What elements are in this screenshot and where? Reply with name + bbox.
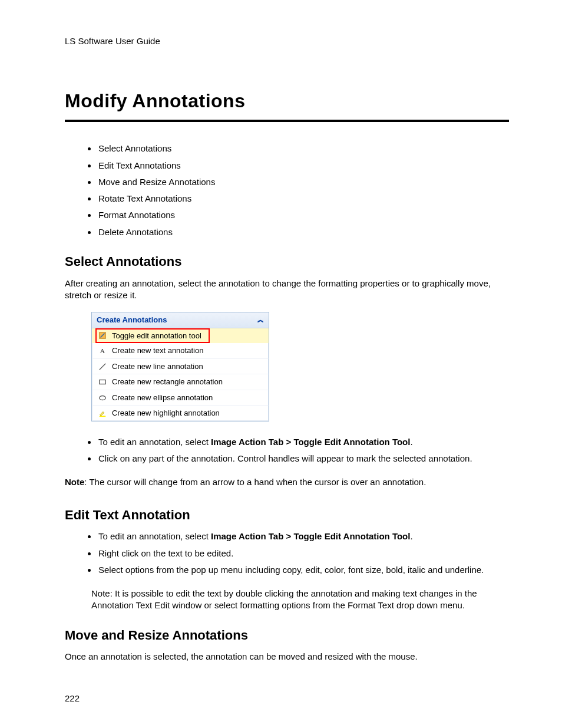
panel-item-label: Create new highlight annotation <box>112 408 220 419</box>
panel-item-rect[interactable]: Create new rectangle annotation <box>92 374 269 390</box>
svg-text:A: A <box>100 347 105 354</box>
toc-item: Move and Resize Annotations <box>97 176 509 188</box>
toc-item: Format Annotations <box>97 209 509 221</box>
move-intro: Once an annotation is selected, the anno… <box>65 651 509 663</box>
svg-point-4 <box>100 396 106 400</box>
rect-icon <box>98 377 107 387</box>
text-icon: A <box>98 346 107 355</box>
section-heading-move: Move and Resize Annotations <box>65 627 509 644</box>
page-title: Modify Annotations <box>65 88 509 114</box>
toc-list: Select Annotations Edit Text Annotations… <box>65 143 509 238</box>
guide-title: LS Software User Guide <box>65 36 160 46</box>
svg-rect-3 <box>100 380 106 384</box>
panel-item-line[interactable]: Create new line annotation <box>92 359 269 375</box>
page-number: 222 <box>65 693 509 704</box>
svg-line-2 <box>100 363 106 370</box>
toc-item: Edit Text Annotations <box>97 160 509 172</box>
panel-item-label: Create new ellipse annotation <box>112 393 213 403</box>
list-item: Right click on the text to be edited. <box>97 548 509 559</box>
toc-item: Select Annotations <box>97 143 509 154</box>
select-bullet-list: To edit an annotation, select Image Acti… <box>65 436 509 465</box>
list-item: To edit an annotation, select Image Acti… <box>97 531 509 542</box>
collapse-icon[interactable]: ︽ <box>257 315 264 324</box>
select-note: Note: The cursor will change from an arr… <box>65 476 509 488</box>
panel-item-label: Create new text annotation <box>112 345 203 356</box>
svg-rect-5 <box>100 416 106 417</box>
edit-bullet-list: To edit an annotation, select Image Acti… <box>65 531 509 576</box>
panel-item-text[interactable]: A Create new text annotation <box>92 343 269 359</box>
select-intro: After creating an annotation, select the… <box>65 278 509 302</box>
toc-item: Rotate Text Annotations <box>97 193 509 205</box>
toc-item: Delete Annotations <box>97 226 509 238</box>
panel-title: Create Annotations <box>97 315 167 325</box>
edit-icon <box>98 331 107 340</box>
section-heading-edit: Edit Text Annotation <box>65 506 509 524</box>
list-item: Select options from the pop up menu incl… <box>97 564 509 576</box>
panel-item-highlight[interactable]: Create new highlight annotation <box>92 406 269 421</box>
panel-item-label: Create new rectangle annotation <box>112 377 223 387</box>
panel-item-ellipse[interactable]: Create new ellipse annotation <box>92 390 269 406</box>
highlight-icon <box>98 409 107 418</box>
ellipse-icon <box>98 393 107 403</box>
section-heading-select: Select Annotations <box>65 253 509 271</box>
panel-item-label: Toggle edit annotation tool <box>112 331 201 341</box>
list-item: Click on any part of the annotation. Con… <box>97 453 509 465</box>
title-rule <box>65 120 509 122</box>
page-header: LS Software User Guide <box>65 35 509 47</box>
panel-item-toggle-edit[interactable]: Toggle edit annotation tool <box>92 328 269 344</box>
create-annotations-figure: Create Annotations ︽ Toggle edit annotat… <box>91 312 509 421</box>
line-icon <box>98 362 107 371</box>
create-annotations-panel: Create Annotations ︽ Toggle edit annotat… <box>91 312 269 421</box>
list-item: To edit an annotation, select Image Acti… <box>97 436 509 448</box>
panel-item-label: Create new line annotation <box>112 361 203 372</box>
edit-note: Note: It is possible to edit the text by… <box>91 588 509 612</box>
panel-header[interactable]: Create Annotations ︽ <box>92 312 269 328</box>
